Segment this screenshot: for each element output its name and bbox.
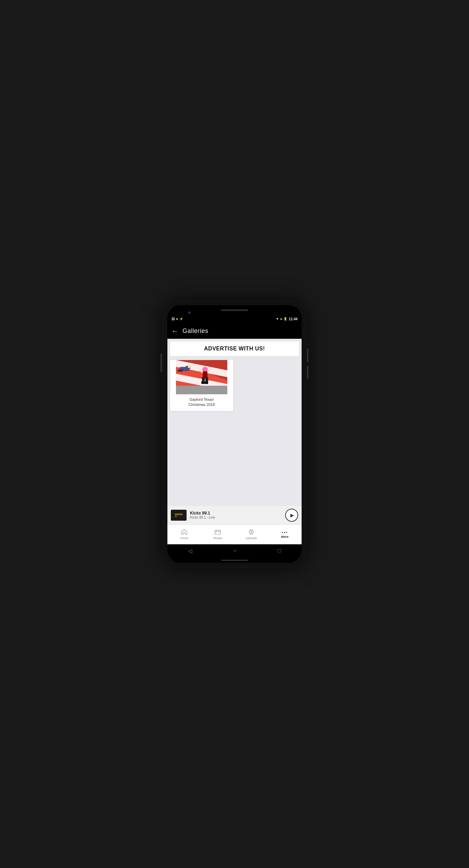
player-bar: KICKS 99.1 Kicks 99.1 Kicks 99.1 - Live … [167, 505, 302, 524]
svg-rect-15 [201, 381, 205, 384]
tab-home-label: Home [180, 537, 188, 540]
tab-shows[interactable]: Shows [201, 525, 234, 544]
phone-screen: 🖼 N ⚡ ▼ N 🔋 11:44 ← Galleries A [167, 305, 302, 563]
tab-home[interactable]: Home [167, 525, 201, 544]
kicks-logo-number: 99.1 [175, 516, 182, 517]
player-station-subtitle: Kicks 99.1 - Live [190, 516, 282, 519]
android-recents-button[interactable]: □ [278, 548, 281, 554]
station-logo: KICKS 99.1 [171, 510, 187, 521]
gallery-item-gaylord-texan[interactable]: Gaylord Texan Christmas 2018 [170, 360, 233, 411]
app-screen: ← Galleries ADVERTISE WITH US! [167, 323, 302, 563]
more-icon: ••• [282, 531, 288, 534]
svg-rect-11 [202, 377, 205, 382]
gallery-title-line1: Gaylord Texan [173, 397, 230, 402]
status-bar: 🖼 N ⚡ ▼ N 🔋 11:44 [167, 315, 302, 323]
home-icon [181, 529, 187, 536]
gallery-item-label: Gaylord Texan Christmas 2018 [170, 394, 233, 411]
main-content: ADVERTISE WITH US! [167, 339, 302, 505]
nav-bar: ← Galleries [167, 323, 302, 339]
play-button[interactable]: ▶ [285, 509, 298, 522]
play-icon: ▶ [290, 512, 294, 518]
svg-rect-8 [188, 365, 191, 368]
phone-device: 🖼 N ⚡ ▼ N 🔋 11:44 ← Galleries A [163, 300, 306, 568]
svg-rect-7 [178, 370, 183, 372]
image-status-icon: 🖼 [172, 317, 175, 321]
no-sim-icon: N [280, 318, 282, 321]
android-home-button[interactable]: ○ [233, 548, 237, 554]
tab-bar: Home Shows [167, 524, 302, 544]
flash-status-icon: ⚡ [179, 317, 183, 321]
player-station-name: Kicks 99.1 [190, 511, 282, 516]
volume-down-button[interactable] [307, 365, 308, 379]
svg-rect-12 [205, 377, 208, 382]
svg-rect-16 [205, 381, 208, 384]
gallery-grid: Gaylord Texan Christmas 2018 [167, 359, 302, 412]
tab-more[interactable]: ••• More [268, 525, 302, 544]
android-back-button[interactable]: ◁ [188, 548, 192, 554]
ad-text: ADVERTISE WITH US! [204, 346, 265, 352]
camera-dot [188, 311, 191, 314]
tab-more-label: More [281, 535, 289, 538]
shows-icon [215, 529, 221, 536]
tab-shows-label: Shows [213, 537, 222, 540]
status-icons-left: 🖼 N ⚡ [172, 317, 183, 321]
status-time: 11:44 [289, 317, 297, 321]
android-nav-bar: ◁ ○ □ [167, 544, 302, 557]
n-status-icon: N [176, 318, 178, 321]
gallery-image [170, 360, 233, 394]
tab-uploads[interactable]: Uploads [234, 525, 268, 544]
home-indicator [221, 560, 248, 561]
speaker-slot [221, 309, 248, 311]
phone-bottom-bar [167, 557, 302, 563]
phone-top-bar [167, 305, 302, 315]
power-button[interactable] [161, 354, 162, 372]
wifi-icon: ▼ [276, 317, 279, 321]
svg-rect-4 [176, 386, 227, 394]
uploads-icon [248, 529, 254, 536]
status-icons-right: ▼ N 🔋 11:44 [276, 317, 297, 321]
player-info: Kicks 99.1 Kicks 99.1 - Live [190, 511, 282, 519]
back-button[interactable]: ← [172, 327, 178, 335]
ad-banner[interactable]: ADVERTISE WITH US! [170, 342, 299, 356]
gallery-title-line2: Christmas 2018 [173, 402, 230, 407]
gallery-thumbnail [170, 360, 233, 394]
battery-icon: 🔋 [283, 317, 287, 321]
page-title: Galleries [182, 327, 208, 335]
tab-uploads-label: Uploads [245, 537, 257, 540]
volume-up-button[interactable] [307, 348, 308, 362]
svg-rect-17 [215, 530, 220, 534]
